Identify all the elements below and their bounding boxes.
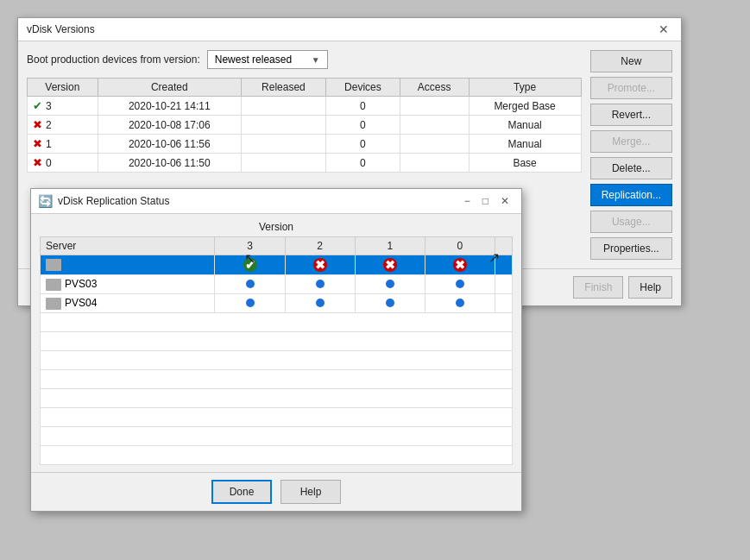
dot-icon — [316, 280, 325, 288]
col-devices: Devices — [326, 79, 400, 97]
access-cell — [400, 135, 469, 154]
table-row-empty — [41, 370, 513, 389]
x-icon: ✖ — [33, 118, 42, 131]
replication-icon: 🔄 — [38, 194, 53, 208]
sub-title-controls: − □ ✕ — [459, 193, 514, 209]
v3-status — [215, 275, 285, 294]
server-icon — [46, 279, 61, 291]
x-status-icon: ✖ — [453, 258, 467, 272]
created-cell: 2020-10-06 11:50 — [98, 154, 241, 173]
created-cell: 2020-10-06 11:56 — [98, 135, 241, 154]
version-cell: ✔3 — [28, 97, 98, 116]
merge-button[interactable]: Merge... — [590, 130, 672, 153]
table-row[interactable]: ✖2 2020-10-08 17:06 0 Manual — [28, 116, 582, 135]
devices-cell: 0 — [326, 116, 400, 135]
v0-status — [425, 294, 495, 313]
v3-status — [215, 294, 285, 313]
sub-help-button[interactable]: Help — [280, 480, 341, 504]
boot-label: Boot production devices from version: — [27, 53, 200, 66]
created-cell: 2020-10-08 17:06 — [98, 116, 241, 135]
sub-footer: Done Help — [31, 472, 521, 511]
v2-status — [285, 294, 355, 313]
check-status-icon: ✔ — [243, 258, 257, 272]
table-row-empty — [41, 313, 513, 332]
main-close-button[interactable]: ✕ — [655, 23, 672, 35]
boot-dropdown-value: Newest released — [215, 53, 292, 66]
version-cell: ✖2 — [28, 116, 98, 135]
col-access: Access — [400, 79, 469, 97]
table-row[interactable]: ✔3 2020-10-21 14:11 0 Merged Base — [28, 97, 582, 116]
promote-button[interactable]: Promote... — [590, 77, 672, 99]
type-cell: Merged Base — [469, 97, 581, 116]
rep-col-2: 2 — [285, 237, 355, 255]
table-row[interactable]: ✖1 2020-10-06 11:56 0 Manual — [28, 135, 582, 154]
server-name-cell: PVS04 — [41, 294, 215, 313]
finish-button[interactable]: Finish — [573, 276, 623, 299]
replication-button[interactable]: Replication... — [590, 184, 672, 206]
help-button[interactable]: Help — [628, 276, 672, 299]
properties-button[interactable]: Properties... — [590, 237, 672, 260]
dot-icon — [246, 299, 255, 307]
server-icon — [46, 259, 61, 271]
revert-button[interactable]: Revert... — [590, 104, 672, 126]
usage-button[interactable]: Usage... — [590, 211, 672, 233]
col-type: Type — [469, 79, 581, 97]
sub-title-left: 🔄 vDisk Replication Status — [38, 194, 169, 208]
new-button[interactable]: New — [590, 50, 672, 72]
main-title: vDisk Versions — [27, 23, 95, 35]
server-icon — [46, 298, 61, 310]
sub-close-button[interactable]: ✕ — [495, 193, 514, 209]
maximize-button[interactable]: □ — [477, 193, 494, 209]
rep-col-server: Server — [41, 237, 215, 255]
released-cell — [241, 116, 325, 135]
version-cell: ✖1 — [28, 135, 98, 154]
released-cell — [241, 135, 325, 154]
table-row-empty — [41, 408, 513, 427]
access-cell — [400, 116, 469, 135]
v0-status — [425, 275, 495, 294]
released-cell — [241, 154, 325, 173]
col-created: Created — [98, 79, 241, 97]
v1-status — [355, 294, 425, 313]
version-header: Version — [40, 221, 513, 233]
x-icon: ✖ — [33, 137, 42, 150]
rep-col-0: 0 — [425, 237, 495, 255]
v1-status: ✖ — [355, 255, 425, 275]
dot-icon — [316, 299, 325, 307]
action-buttons: New Promote... Revert... Merge... Delete… — [590, 50, 672, 260]
type-cell: Base — [469, 154, 581, 173]
done-button[interactable]: Done — [211, 480, 272, 504]
dot-icon — [386, 299, 394, 307]
devices-cell: 0 — [326, 97, 400, 116]
dot-icon — [456, 280, 464, 288]
replication-dialog: 🔄 vDisk Replication Status − □ ✕ Version… — [30, 188, 522, 512]
table-row[interactable]: ✖0 2020-10-06 11:50 0 Base — [28, 154, 582, 173]
version-cell: ✖0 — [28, 154, 98, 173]
type-cell: Manual — [469, 135, 581, 154]
table-row-empty — [41, 427, 513, 446]
dot-icon — [456, 299, 464, 307]
table-row-empty — [41, 389, 513, 408]
x-icon: ✖ — [33, 156, 42, 169]
minimize-button[interactable]: − — [459, 193, 476, 209]
rep-col-scroll — [495, 237, 513, 255]
boot-dropdown[interactable]: Newest released ▼ — [207, 50, 328, 69]
dot-icon — [386, 280, 394, 288]
rep-col-1: 1 — [355, 237, 425, 255]
devices-cell: 0 — [326, 135, 400, 154]
v2-status: ✖ — [285, 255, 355, 275]
delete-button[interactable]: Delete... — [590, 157, 672, 179]
access-cell — [400, 154, 469, 173]
type-cell: Manual — [469, 116, 581, 135]
rep-col-3: 3 — [215, 237, 285, 255]
boot-row: Boot production devices from version: Ne… — [27, 50, 582, 69]
sub-titlebar: 🔄 vDisk Replication Status − □ ✕ — [31, 189, 521, 214]
table-row[interactable]: PVS04 — [41, 294, 513, 313]
devices-cell: 0 — [326, 154, 400, 173]
table-row-empty — [41, 332, 513, 351]
server-name-cell — [41, 255, 215, 275]
dot-icon — [246, 280, 255, 288]
table-row[interactable]: PVS03 — [41, 275, 513, 294]
table-row[interactable]: ✔ ✖ ✖ ✖ — [41, 255, 513, 275]
table-row-empty — [41, 446, 513, 465]
